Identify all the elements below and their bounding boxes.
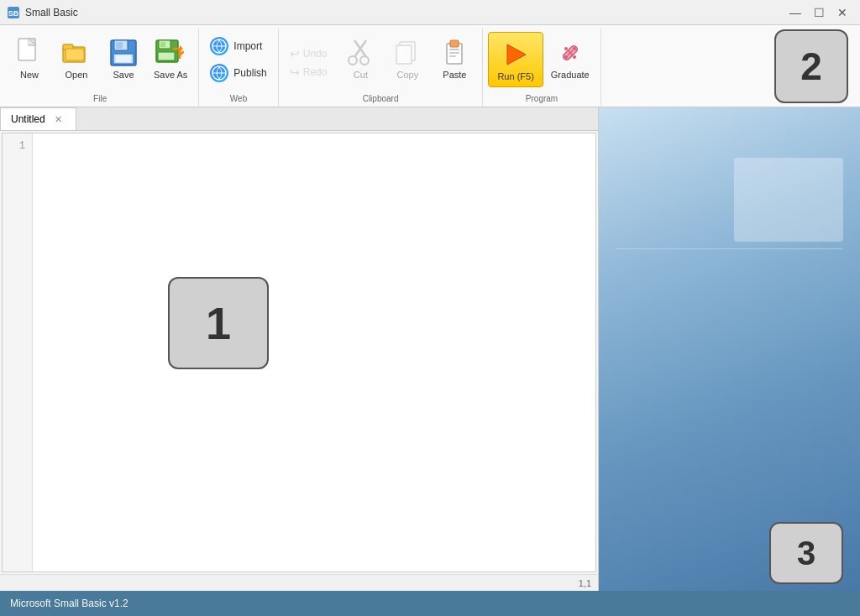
svg-rect-11: [116, 55, 131, 62]
svg-point-23: [349, 56, 357, 65]
save-button[interactable]: Save: [101, 32, 146, 84]
save-label: Save: [113, 70, 134, 80]
right-panel-divider: [616, 248, 843, 249]
clipboard-group-label: Clipboard: [284, 94, 478, 107]
editor-tab-close-button[interactable]: ✕: [52, 112, 66, 126]
cut-button[interactable]: Cut: [338, 32, 383, 84]
clipboard-group-buttons: ↩ Undo ↪ Redo Cut: [284, 29, 478, 94]
ribbon-group-clipboard: ↩ Undo ↪ Redo Cut: [279, 29, 484, 107]
svg-marker-16: [180, 45, 183, 52]
saveas-button[interactable]: Save As: [148, 32, 193, 84]
saveas-label: Save As: [154, 70, 187, 80]
new-button[interactable]: New: [7, 32, 52, 84]
editor-tab[interactable]: Untitled ✕: [0, 107, 76, 130]
editor-status-bar: 1,1: [0, 574, 598, 591]
undo-button[interactable]: ↩ Undo: [284, 44, 333, 63]
svg-point-35: [564, 47, 568, 50]
run-icon: [499, 38, 532, 71]
minimize-button[interactable]: —: [784, 3, 806, 22]
graduate-button[interactable]: Graduate: [545, 32, 595, 84]
ribbon-group-program: Run (F5): [483, 29, 600, 107]
graduate-icon: [553, 36, 587, 70]
svg-text:SB: SB: [8, 9, 19, 18]
svg-marker-32: [507, 44, 526, 65]
app-icon: SB: [7, 6, 20, 19]
file-group-label: File: [7, 94, 193, 107]
cursor-position: 1,1: [579, 578, 591, 588]
svg-point-38: [573, 47, 576, 50]
paste-label: Paste: [443, 70, 466, 80]
ribbon-right-area: 2: [601, 29, 858, 107]
annotation-box-2: 2: [774, 29, 848, 103]
import-icon: [210, 37, 228, 55]
svg-rect-14: [160, 42, 165, 47]
right-panel-inner: [734, 158, 843, 242]
status-text: Microsoft Small Basic v1.2: [10, 598, 128, 609]
editor-body: 1: [2, 133, 596, 572]
open-icon: [60, 36, 93, 70]
file-group-buttons: New Open: [7, 29, 193, 94]
web-group-label: Web: [204, 94, 272, 107]
copy-button[interactable]: Copy: [385, 32, 430, 84]
undo-label: Undo: [303, 48, 328, 60]
svg-rect-26: [396, 45, 412, 64]
annotation-box-1: 1: [168, 277, 269, 369]
copy-icon: [391, 36, 424, 70]
svg-rect-15: [158, 52, 175, 60]
saveas-icon: [154, 36, 187, 70]
publish-icon: [210, 64, 228, 82]
web-small-group: Import Publish: [204, 32, 272, 86]
svg-point-24: [360, 56, 369, 65]
svg-rect-29: [449, 49, 459, 50]
open-label: Open: [66, 70, 88, 80]
editor-tab-bar: Untitled ✕: [0, 107, 598, 131]
right-panel: 3: [599, 107, 860, 591]
undo-icon: ↩: [290, 47, 300, 60]
import-button[interactable]: Import: [204, 34, 272, 59]
close-button[interactable]: ✕: [831, 3, 853, 22]
main-content: Untitled ✕ 1 1,1 3: [0, 107, 860, 591]
title-bar-controls: — ☐ ✕: [784, 3, 853, 22]
redo-label: Redo: [303, 66, 328, 78]
annotation-box-3: 3: [769, 522, 843, 584]
maximize-button[interactable]: ☐: [808, 3, 830, 22]
web-group-buttons: Import Publish: [204, 29, 272, 94]
program-group-buttons: Run (F5): [488, 29, 595, 94]
cut-label: Cut: [354, 70, 368, 80]
ribbon: New Open: [0, 25, 860, 107]
new-icon: [13, 36, 46, 70]
new-label: New: [20, 70, 39, 80]
open-button[interactable]: Open: [54, 32, 99, 84]
line-number-1: 1: [9, 138, 25, 154]
paste-button[interactable]: Paste: [432, 32, 477, 84]
svg-rect-31: [449, 55, 456, 57]
publish-label: Publish: [233, 67, 266, 79]
redo-icon: ↪: [290, 65, 300, 79]
ribbon-group-file: New Open: [2, 29, 199, 107]
ribbon-group-web: Import Publish Web: [199, 29, 278, 107]
title-bar-left: SB Small Basic: [7, 6, 78, 19]
paste-icon: [438, 36, 471, 70]
run-label: Run (F5): [497, 71, 533, 81]
run-button[interactable]: Run (F5): [488, 32, 543, 87]
svg-rect-30: [449, 52, 459, 54]
editor-tab-title: Untitled: [11, 113, 45, 125]
line-numbers: 1: [3, 133, 33, 572]
copy-label: Copy: [397, 70, 419, 80]
app-title: Small Basic: [25, 7, 78, 18]
editor-panel: Untitled ✕ 1 1,1: [0, 107, 599, 591]
undo-redo-group: ↩ Undo ↪ Redo: [284, 44, 333, 81]
title-bar: SB Small Basic — ☐ ✕: [0, 0, 860, 25]
svg-rect-6: [66, 49, 84, 60]
publish-button[interactable]: Publish: [204, 60, 272, 86]
redo-button[interactable]: ↪ Redo: [284, 63, 333, 81]
svg-point-37: [564, 55, 568, 59]
code-editor[interactable]: [33, 133, 595, 572]
svg-point-36: [573, 55, 576, 59]
import-label: Import: [233, 40, 262, 52]
graduate-label: Graduate: [551, 70, 590, 80]
cut-icon: [343, 36, 377, 70]
save-icon: [107, 36, 140, 70]
program-group-label: Program: [488, 94, 595, 107]
status-bar: Microsoft Small Basic v1.2: [0, 591, 860, 616]
